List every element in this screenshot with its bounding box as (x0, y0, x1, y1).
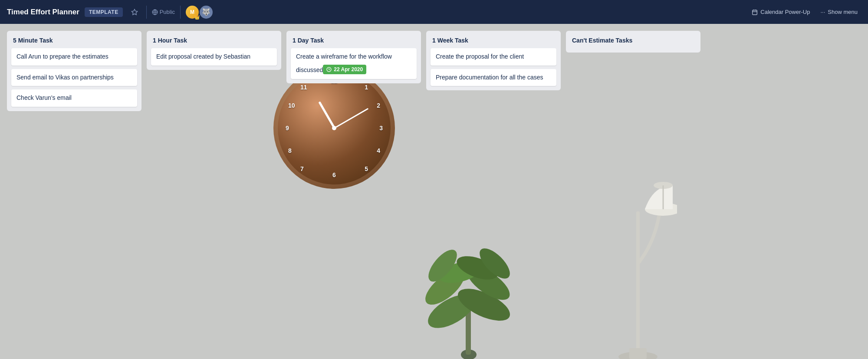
card-c3[interactable]: Check Varun's email (11, 89, 137, 107)
more-dots-label: ··· (821, 9, 825, 15)
column-col-3: 1 Day TaskCreate a wireframe for the wor… (286, 31, 421, 83)
template-button[interactable]: TEMPLATE (85, 7, 123, 17)
card-c2[interactable]: Send email to Vikas on partnerships (11, 69, 137, 86)
column-col-5: Can't Estimate Tasks (566, 31, 700, 53)
avatar-wolf[interactable]: 🐺 (200, 6, 213, 19)
public-label: Public (160, 9, 175, 15)
nav-right-actions: Calendar Power-Up ··· Show menu (748, 7, 861, 17)
card-text-c4: Edit proposal created by Sebastian (156, 53, 250, 60)
card-text-c3: Check Varun's email (16, 94, 72, 101)
column-header-col-4: 1 Week Task (431, 35, 556, 48)
show-menu-button[interactable]: ··· Show menu (817, 7, 861, 17)
column-header-col-5: Can't Estimate Tasks (570, 35, 696, 48)
board: 5 Minute TaskCall Arun to prepare the es… (0, 24, 868, 359)
column-header-col-3: 1 Day Task (291, 35, 417, 48)
column-col-4: 1 Week TaskCreate the proposal for the c… (426, 31, 561, 90)
calendar-power-up-label: Calendar Power-Up (760, 9, 810, 15)
card-text-c7: Prepare documentation for all the cases (436, 74, 543, 81)
app-title: Timed Effort Planner (7, 8, 79, 16)
card-c7[interactable]: Prepare documentation for all the cases (431, 69, 556, 86)
card-text-c1: Call Arun to prepare the estimates (16, 53, 108, 60)
star-button[interactable] (128, 6, 141, 19)
column-header-col-1: 5 Minute Task (11, 35, 137, 48)
card-c6[interactable]: Create the proposal for the client (431, 48, 556, 66)
card-text-c6: Create the proposal for the client (436, 53, 524, 60)
column-header-col-2: 1 Hour Task (151, 35, 277, 48)
avatar-m[interactable]: M 👑 (186, 6, 199, 19)
svg-rect-19 (753, 10, 757, 14)
card-c1[interactable]: Call Arun to prepare the estimates (11, 48, 137, 66)
svg-marker-16 (132, 9, 137, 15)
card-date-badge-c5: 22 Apr 2020 (323, 65, 366, 75)
column-col-2: 1 Hour TaskEdit proposal created by Seba… (147, 31, 281, 70)
navbar: Timed Effort Planner TEMPLATE Public M 👑… (0, 0, 868, 24)
card-text-c2: Send email to Vikas on partnerships (16, 74, 114, 81)
globe-icon-btn[interactable]: Public (152, 6, 175, 19)
show-menu-label: Show menu (828, 9, 858, 15)
nav-divider-1 (146, 6, 147, 19)
calendar-power-up-button[interactable]: Calendar Power-Up (748, 7, 813, 17)
column-col-1: 5 Minute TaskCall Arun to prepare the es… (7, 31, 141, 111)
avatar-group: M 👑 🐺 (186, 6, 213, 19)
nav-divider-2 (180, 6, 181, 19)
card-c5[interactable]: Create a wireframe for the workflow disc… (291, 48, 417, 79)
card-c4[interactable]: Edit proposal created by Sebastian (151, 48, 277, 66)
